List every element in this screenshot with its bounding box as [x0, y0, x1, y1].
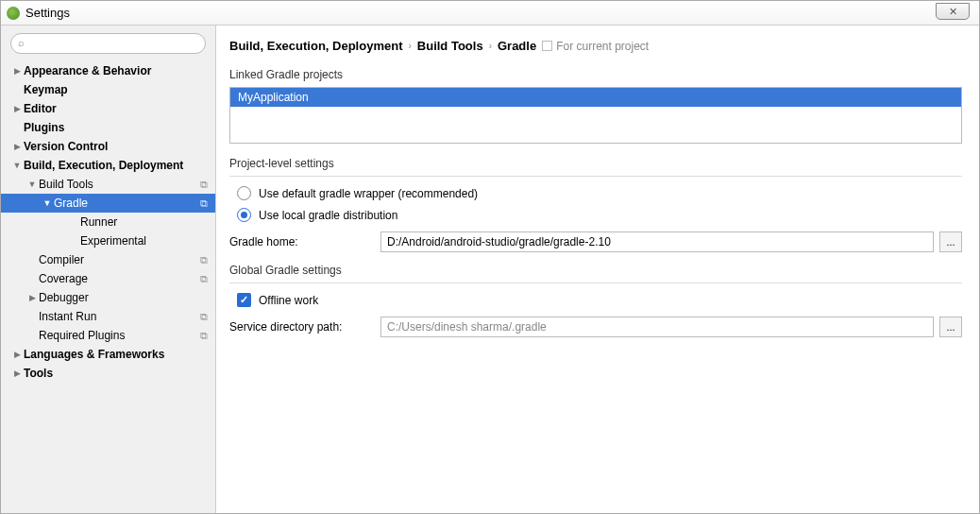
global-settings-label: Global Gradle settings [229, 264, 962, 277]
sidebar-item-gradle[interactable]: ▼Gradle⧉ [1, 194, 215, 213]
tree-arrow-icon: ▼ [12, 161, 22, 170]
window-title: Settings [25, 6, 70, 20]
chevron-right-icon: › [408, 41, 411, 51]
copy-icon: ⧉ [200, 254, 208, 266]
service-dir-input[interactable] [380, 317, 934, 337]
search-input[interactable] [10, 33, 206, 54]
sidebar-item-editor[interactable]: ▶Editor [1, 99, 215, 118]
linked-project-row[interactable]: MyApplication [230, 88, 961, 107]
sidebar-item-compiler[interactable]: Compiler⧉ [1, 250, 215, 269]
sidebar-item-version-control[interactable]: ▶Version Control [1, 137, 215, 156]
sidebar: ⌕ ▶Appearance & BehaviorKeymap▶EditorPlu… [1, 26, 216, 513]
radio-local-distribution-label: Use local gradle distribution [259, 209, 397, 222]
crumb-3: Gradle [498, 39, 536, 53]
copy-icon: ⧉ [200, 197, 208, 210]
radio-default-wrapper-label: Use default gradle wrapper (recommended) [259, 187, 478, 200]
tree-arrow-icon: ▶ [12, 66, 22, 76]
breadcrumb: Build, Execution, Deployment › Build Too… [229, 35, 962, 62]
service-dir-browse-button[interactable]: ... [939, 317, 962, 337]
tree-arrow-icon: ▼ [42, 198, 52, 208]
sidebar-item-label: Version Control [24, 140, 108, 153]
sidebar-item-label: Coverage [39, 272, 88, 285]
copy-icon: ⧉ [200, 179, 208, 191]
sidebar-item-label: Instant Run [39, 310, 96, 323]
scope-label: For current project [542, 40, 649, 53]
sidebar-item-keymap[interactable]: Keymap [1, 80, 215, 99]
sidebar-item-build-execution-deployment[interactable]: ▼Build, Execution, Deployment [1, 156, 215, 175]
sidebar-item-label: Editor [24, 102, 57, 115]
tree-arrow-icon: ▶ [27, 293, 37, 302]
sidebar-item-label: Appearance & Behavior [24, 64, 151, 77]
sidebar-item-label: Languages & Frameworks [24, 348, 164, 361]
scope-icon [542, 41, 552, 51]
sidebar-item-appearance-behavior[interactable]: ▶Appearance & Behavior [1, 61, 215, 80]
sidebar-item-tools[interactable]: ▶Tools [1, 364, 215, 383]
sidebar-item-label: Gradle [54, 197, 88, 210]
sidebar-item-label: Tools [24, 367, 53, 380]
settings-tree: ▶Appearance & BehaviorKeymap▶EditorPlugi… [1, 60, 215, 513]
sidebar-item-instant-run[interactable]: Instant Run⧉ [1, 307, 215, 326]
gradle-home-label: Gradle home: [229, 235, 380, 248]
app-icon [7, 7, 20, 20]
offline-work-label: Offline work [259, 294, 318, 307]
crumb-2: Build Tools [417, 39, 483, 53]
tree-arrow-icon: ▼ [27, 180, 37, 189]
sidebar-item-label: Debugger [39, 291, 89, 304]
chevron-right-icon: › [489, 41, 492, 51]
sidebar-item-label: Compiler [39, 253, 84, 266]
sidebar-item-runner[interactable]: Runner [1, 213, 215, 231]
sidebar-item-label: Required Plugins [39, 329, 125, 342]
sidebar-item-build-tools[interactable]: ▼Build Tools⧉ [1, 175, 215, 194]
gradle-home-input[interactable] [380, 231, 934, 252]
divider [229, 283, 962, 283]
sidebar-item-label: Experimental [80, 234, 146, 248]
sidebar-item-label: Runner [80, 215, 117, 229]
titlebar: Settings ✕ [1, 1, 979, 26]
copy-icon: ⧉ [200, 330, 208, 342]
tree-arrow-icon: ▶ [12, 142, 22, 151]
copy-icon: ⧉ [200, 311, 208, 323]
linked-projects-list[interactable]: MyApplication [229, 87, 962, 144]
offline-work-checkbox[interactable]: ✓ [237, 293, 251, 307]
radio-default-wrapper[interactable] [237, 186, 251, 200]
close-button[interactable]: ✕ [936, 3, 970, 20]
crumb-1: Build, Execution, Deployment [229, 39, 402, 53]
gradle-home-browse-button[interactable]: ... [939, 231, 962, 252]
service-dir-label: Service directory path: [229, 320, 380, 334]
tree-arrow-icon: ▶ [12, 368, 22, 378]
main-panel: Build, Execution, Deployment › Build Too… [216, 26, 979, 513]
sidebar-item-label: Build Tools [39, 178, 93, 191]
copy-icon: ⧉ [200, 273, 208, 285]
sidebar-item-languages-frameworks[interactable]: ▶Languages & Frameworks [1, 345, 215, 364]
divider [229, 176, 962, 177]
sidebar-item-required-plugins[interactable]: Required Plugins⧉ [1, 326, 215, 345]
tree-arrow-icon: ▶ [12, 350, 22, 359]
sidebar-item-plugins[interactable]: Plugins [1, 118, 215, 137]
radio-local-distribution[interactable] [237, 208, 251, 222]
sidebar-item-label: Build, Execution, Deployment [24, 159, 183, 172]
project-level-label: Project-level settings [229, 157, 962, 170]
sidebar-item-debugger[interactable]: ▶Debugger [1, 288, 215, 307]
linked-projects-label: Linked Gradle projects [229, 68, 962, 81]
sidebar-item-experimental[interactable]: Experimental [1, 231, 215, 250]
scope-text: For current project [556, 40, 649, 53]
sidebar-item-coverage[interactable]: Coverage⧉ [1, 269, 215, 288]
tree-arrow-icon: ▶ [12, 104, 22, 113]
sidebar-item-label: Plugins [24, 121, 64, 134]
sidebar-item-label: Keymap [24, 83, 68, 96]
